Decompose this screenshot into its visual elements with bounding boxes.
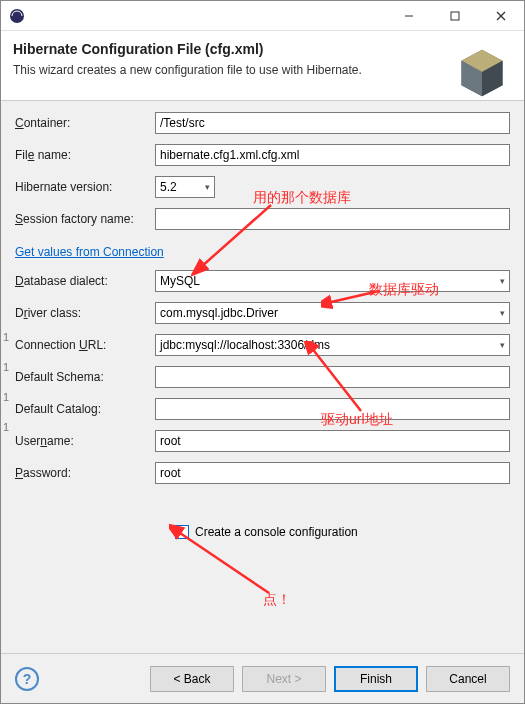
connection-url-label: Connection URL: [15,338,155,352]
default-catalog-label: Default Catalog: [15,402,155,416]
cancel-button[interactable]: Cancel [426,666,510,692]
default-catalog-input[interactable] [155,398,510,420]
minimize-button[interactable] [386,1,432,31]
password-label: Password: [15,466,155,480]
console-config-label: Create a console configuration [195,525,358,539]
next-button: Next > [242,666,326,692]
wizard-header: Hibernate Configuration File (cfg.xml) T… [1,31,524,101]
username-input[interactable] [155,430,510,452]
container-label: Container: [15,116,155,130]
session-factory-label: Session factory name: [15,212,155,226]
driver-class-label: Driver class: [15,306,155,320]
chevron-down-icon: ▾ [500,308,505,318]
default-schema-label: Default Schema: [15,370,155,384]
get-values-link[interactable]: Get values from Connection [15,245,164,259]
password-input[interactable] [155,462,510,484]
close-button[interactable] [478,1,524,31]
chevron-down-icon: ▾ [500,276,505,286]
chevron-down-icon: ▾ [205,182,210,192]
finish-button[interactable]: Finish [334,666,418,692]
database-dialect-label: Database dialect: [15,274,155,288]
filename-input[interactable] [155,144,510,166]
svg-line-12 [177,531,269,593]
chevron-down-icon: ▾ [500,340,505,350]
container-input[interactable] [155,112,510,134]
hibernate-version-value: 5.2 [160,180,177,194]
page-subtitle: This wizard creates a new configuration … [13,63,512,77]
back-button[interactable]: < Back [150,666,234,692]
titlebar [1,1,524,31]
driver-class-combo[interactable]: com.mysql.jdbc.Driver ▾ [155,302,510,324]
connection-url-value: jdbc:mysql://localhost:3306/dms [160,338,330,352]
hibernate-version-label: Hibernate version: [15,180,155,194]
maximize-button[interactable] [432,1,478,31]
svg-rect-2 [451,12,459,20]
gutter-numbers: 1 1 1 1 [1,331,11,451]
database-dialect-combo[interactable]: MySQL ▾ [155,270,510,292]
page-title: Hibernate Configuration File (cfg.xml) [13,41,512,57]
hibernate-logo-icon [454,45,510,101]
default-schema-input[interactable] [155,366,510,388]
annotation-click: 点！ [263,591,291,609]
username-label: Username: [15,434,155,448]
form-area: Container: File name: Hibernate version:… [1,101,524,661]
session-factory-input[interactable] [155,208,510,230]
connection-url-combo[interactable]: jdbc:mysql://localhost:3306/dms ▾ [155,334,510,356]
hibernate-version-combo[interactable]: 5.2 ▾ [155,176,215,198]
wizard-footer: ? < Back Next > Finish Cancel [1,653,524,703]
help-button[interactable]: ? [15,667,39,691]
console-config-checkbox[interactable] [175,525,189,539]
database-dialect-value: MySQL [160,274,200,288]
driver-class-value: com.mysql.jdbc.Driver [160,306,278,320]
filename-label: File name: [15,148,155,162]
eclipse-icon [9,8,25,24]
